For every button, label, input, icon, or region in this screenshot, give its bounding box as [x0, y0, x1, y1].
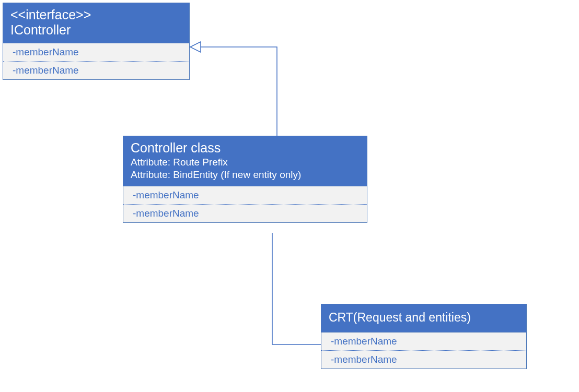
- uml-controller-box: Controller class Attribute: Route Prefix…: [123, 136, 367, 223]
- uml-member: -memberName: [3, 62, 189, 79]
- uml-controller-attr: Attribute: Route Prefix: [131, 157, 360, 168]
- uml-member: -memberName: [3, 43, 189, 62]
- uml-interface-title: IController: [10, 22, 182, 38]
- uml-interface-box: <<interface>> IController -memberName -m…: [3, 3, 190, 80]
- uml-crt-title: CRT(Request and entities): [329, 311, 519, 325]
- connector-association: [272, 233, 321, 345]
- uml-controller-members: -memberName -memberName: [123, 186, 367, 222]
- connector-realization: [190, 42, 277, 136]
- uml-interface-members: -memberName -memberName: [3, 43, 189, 79]
- uml-interface-header: <<interface>> IController: [3, 3, 189, 43]
- uml-stereotype: <<interface>>: [10, 7, 182, 22]
- uml-controller-header: Controller class Attribute: Route Prefix…: [123, 136, 367, 186]
- uml-controller-attr: Attribute: BindEntity (If new entity onl…: [131, 169, 360, 181]
- uml-crt-members: -memberName -memberName: [321, 332, 526, 369]
- uml-member: -memberName: [321, 351, 526, 369]
- uml-controller-title: Controller class: [131, 140, 360, 156]
- uml-member: -memberName: [321, 332, 526, 351]
- uml-member: -memberName: [123, 205, 367, 222]
- uml-member: -memberName: [123, 186, 367, 205]
- svg-marker-0: [190, 42, 201, 52]
- uml-crt-box: CRT(Request and entities) -memberName -m…: [321, 304, 527, 369]
- uml-crt-header: CRT(Request and entities): [321, 304, 526, 332]
